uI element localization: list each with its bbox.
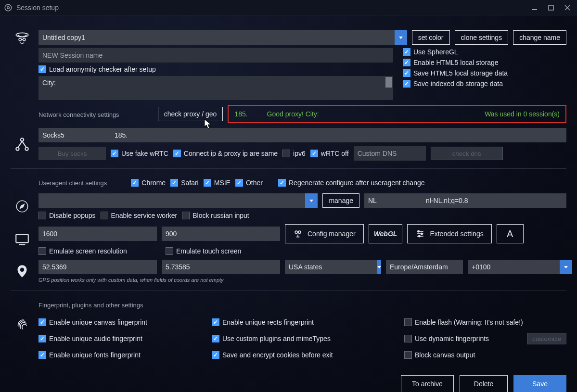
svg-point-8 bbox=[23, 38, 26, 41]
screen-height-input[interactable] bbox=[162, 227, 280, 241]
svg-point-12 bbox=[25, 147, 28, 150]
use-spheregl-checkbox[interactable]: Use SphereGL bbox=[403, 48, 566, 56]
status-ip: 185. bbox=[234, 110, 247, 118]
msie-checkbox[interactable]: MSIE bbox=[204, 179, 231, 187]
tz-input[interactable] bbox=[386, 260, 463, 274]
svg-line-14 bbox=[22, 141, 26, 148]
sliders-icon bbox=[415, 229, 425, 239]
new-session-name-input[interactable] bbox=[38, 48, 393, 63]
rects-fp-checkbox[interactable]: Enable unique rects fingerprint bbox=[212, 318, 395, 326]
svg-line-13 bbox=[18, 141, 23, 148]
svg-point-11 bbox=[16, 147, 19, 150]
extended-settings-button[interactable]: Extended settings bbox=[407, 224, 491, 243]
wrtc-off-checkbox[interactable]: wRTC off bbox=[310, 150, 349, 157]
status-used: Was used in 0 session(s) bbox=[485, 110, 560, 118]
block-ru-checkbox[interactable]: Block russian input bbox=[182, 212, 249, 219]
manage-button[interactable]: manage bbox=[322, 193, 359, 208]
proxy-status-box: 185. Good proxy! City: Was used in 0 ses… bbox=[228, 105, 566, 123]
svg-point-7 bbox=[19, 38, 21, 41]
window-title: Session setup bbox=[16, 4, 59, 12]
close-button[interactable] bbox=[562, 2, 573, 13]
flash-checkbox[interactable]: Enable flash (Warning: It's not safe!) bbox=[404, 318, 566, 326]
webgl-button[interactable]: WebGL bbox=[369, 224, 403, 243]
monitor-icon bbox=[11, 231, 34, 248]
save-button[interactable]: Save bbox=[513, 375, 566, 392]
offset-arrow[interactable] bbox=[560, 260, 572, 274]
useragent-select[interactable] bbox=[38, 193, 305, 208]
svg-point-26 bbox=[421, 233, 423, 234]
save-indexed-db-checkbox[interactable]: Save indexed db storage data bbox=[403, 80, 566, 88]
region-select[interactable] bbox=[285, 260, 377, 274]
scrollbar-handle[interactable] bbox=[385, 77, 392, 88]
disable-popups-checkbox[interactable]: Disable popups bbox=[38, 212, 96, 219]
accept-lang-input[interactable] bbox=[422, 193, 566, 208]
proxy-address-input[interactable] bbox=[111, 128, 566, 142]
location-icon bbox=[11, 263, 34, 279]
gps-note: GPS position works only with custom data… bbox=[38, 277, 572, 283]
clone-settings-button[interactable]: clone settings bbox=[455, 30, 509, 45]
buy-socks-button[interactable]: Buy socks bbox=[38, 147, 106, 160]
config-manager-button[interactable]: Config manager bbox=[285, 224, 364, 243]
audio-fp-checkbox[interactable]: Enable unique audio fingerprint bbox=[38, 333, 202, 344]
use-fake-wrtc-checkbox[interactable]: Use fake wRTC bbox=[111, 150, 168, 157]
city-textarea[interactable]: City: bbox=[38, 76, 393, 100]
titlebar: Session setup bbox=[0, 0, 577, 15]
screen-width-input[interactable] bbox=[38, 227, 157, 241]
network-section-label: Network connectivity settings bbox=[38, 111, 119, 118]
save-html5-ls-checkbox[interactable]: Save HTML5 local storage data bbox=[403, 69, 566, 77]
custom-dns-input[interactable] bbox=[354, 146, 426, 161]
session-select-arrow[interactable] bbox=[395, 30, 407, 45]
ipv6-checkbox[interactable]: ipv6 bbox=[282, 150, 306, 157]
other-checkbox[interactable]: Other bbox=[235, 179, 263, 187]
offset-select[interactable] bbox=[468, 260, 560, 274]
svg-point-1 bbox=[7, 6, 10, 9]
lat-input[interactable] bbox=[38, 260, 157, 274]
lon-input[interactable] bbox=[162, 260, 280, 274]
dynamic-fp-checkbox[interactable]: Use dynamic fingerprints bbox=[404, 335, 489, 342]
region-arrow[interactable] bbox=[377, 260, 381, 274]
useragent-arrow[interactable] bbox=[305, 193, 318, 208]
font-button[interactable]: A bbox=[497, 224, 524, 243]
check-proxy-button[interactable]: check proxy / geo bbox=[158, 107, 223, 121]
set-color-button[interactable]: set color bbox=[412, 30, 450, 45]
maximize-button[interactable] bbox=[545, 2, 557, 13]
session-select[interactable] bbox=[38, 30, 395, 45]
safari-checkbox[interactable]: Safari bbox=[170, 179, 199, 187]
useragent-section-label: Useragent client settings bbox=[38, 179, 107, 187]
emulate-res-checkbox[interactable]: Emulate screen resolution bbox=[38, 247, 127, 255]
app-icon bbox=[4, 3, 13, 12]
city-label: City: bbox=[42, 79, 56, 87]
cookies-checkbox[interactable]: Save and encrypt cookies before exit bbox=[212, 351, 395, 359]
svg-rect-16 bbox=[16, 234, 28, 242]
svg-point-25 bbox=[418, 230, 419, 232]
canvas-fp-checkbox[interactable]: Enable unique canvas fingerprint bbox=[38, 318, 202, 326]
fingerprint-icon bbox=[11, 316, 34, 332]
minimize-button[interactable] bbox=[529, 2, 540, 13]
check-dns-button[interactable]: check dns bbox=[431, 147, 503, 160]
block-canvas-checkbox[interactable]: Block canvas output bbox=[404, 351, 566, 359]
enable-html5-ls-checkbox[interactable]: Enable HTML5 local storage bbox=[403, 59, 566, 66]
enable-sw-checkbox[interactable]: Enable service worker bbox=[101, 212, 178, 219]
chrome-checkbox[interactable]: Chrome bbox=[131, 179, 166, 187]
profile-icon bbox=[11, 30, 34, 46]
fonts-fp-checkbox[interactable]: Enable unique fonts fingerprint bbox=[38, 351, 202, 359]
svg-rect-3 bbox=[549, 5, 553, 10]
svg-point-10 bbox=[21, 138, 24, 141]
svg-point-0 bbox=[5, 4, 12, 11]
load-anonymity-checkbox[interactable]: Load anonymity checker after setup bbox=[38, 65, 393, 73]
to-archive-button[interactable]: To archive bbox=[401, 375, 454, 392]
delete-button[interactable]: Delete bbox=[460, 375, 508, 392]
status-msg: Good proxy! City: bbox=[267, 110, 319, 118]
regen-checkbox[interactable]: Regenerate configure after useragent cha… bbox=[278, 179, 425, 187]
svg-point-19 bbox=[298, 231, 301, 233]
config-icon bbox=[293, 229, 303, 239]
network-icon bbox=[11, 136, 34, 152]
svg-point-18 bbox=[295, 231, 297, 233]
svg-point-27 bbox=[419, 235, 420, 237]
change-name-button[interactable]: change name bbox=[513, 30, 566, 45]
emulate-touch-checkbox[interactable]: Emulate touch screen bbox=[166, 247, 241, 255]
customize-button[interactable]: customize bbox=[527, 333, 566, 344]
connect-same-checkbox[interactable]: Connect ip & proxy ip are same bbox=[173, 150, 278, 157]
plugins-checkbox[interactable]: Use custom plugins and mimeTypes bbox=[212, 333, 395, 344]
compass-icon bbox=[11, 198, 34, 215]
